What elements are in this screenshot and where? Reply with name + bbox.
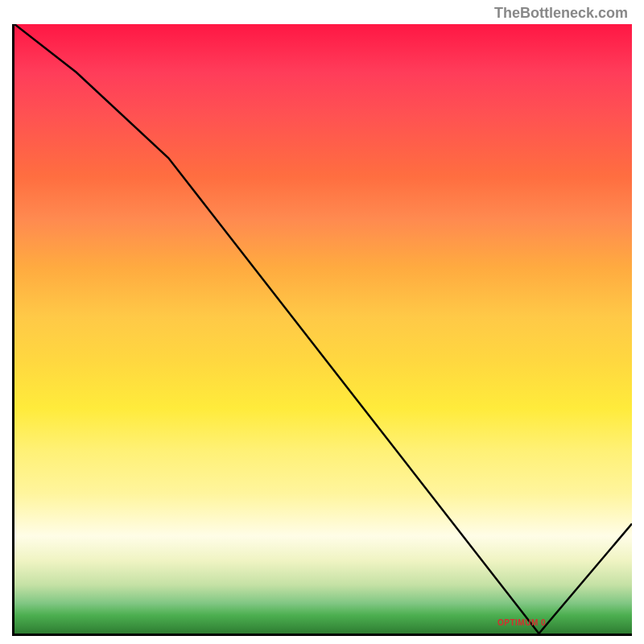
data-line [14, 24, 632, 634]
optimum-annotation: OPTIMUM 0 [497, 618, 546, 627]
watermark-text: TheBottleneck.com [494, 5, 628, 22]
chart-area: OPTIMUM 0 [12, 24, 632, 636]
chart-line-svg [14, 24, 632, 634]
